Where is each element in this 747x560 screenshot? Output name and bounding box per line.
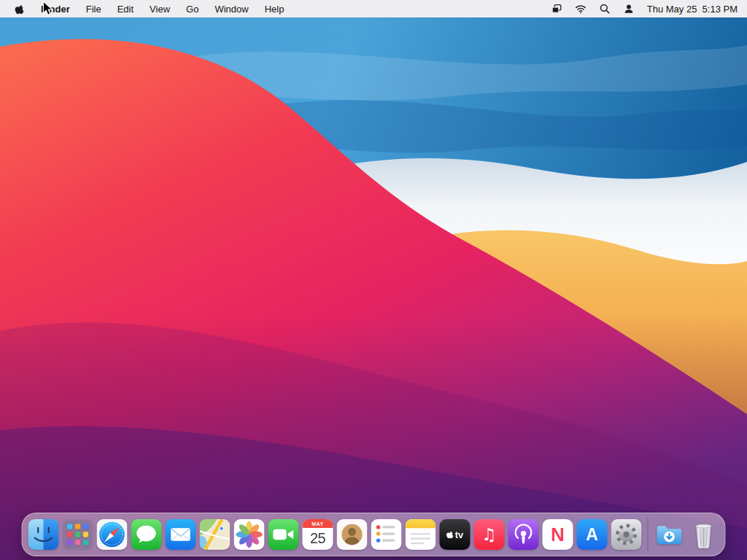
dock-maps[interactable] — [200, 519, 231, 550]
stacked-windows-icon[interactable] — [551, 3, 562, 15]
downloads-folder-icon — [654, 519, 685, 550]
dock-divider — [648, 518, 649, 551]
app-menu-finder[interactable]: Finder — [41, 4, 70, 15]
photos-icon — [234, 519, 265, 550]
facetime-icon — [268, 519, 299, 550]
system-preferences-icon — [611, 519, 642, 550]
safari-icon — [97, 519, 128, 550]
dock-podcasts[interactable] — [508, 519, 539, 550]
wifi-icon[interactable] — [575, 3, 587, 15]
dock-calendar[interactable]: MAY 25 — [303, 519, 333, 550]
calendar-month-label: MAY — [303, 519, 333, 528]
music-note-glyph: ♫ — [481, 526, 497, 543]
dock-system-preferences[interactable] — [611, 519, 642, 550]
apple-menu-icon[interactable] — [15, 4, 25, 15]
dock-notes[interactable] — [406, 519, 436, 550]
tv-icon: tv — [440, 519, 471, 550]
dock-facetime[interactable] — [268, 519, 299, 550]
menu-help[interactable]: Help — [265, 4, 285, 15]
podcasts-icon — [508, 519, 539, 550]
finder-icon — [28, 519, 59, 550]
dock-mail[interactable] — [166, 519, 196, 550]
calendar-day-label: 25 — [303, 528, 333, 551]
dock-app-store[interactable]: A — [577, 519, 608, 550]
menu-bar-status: Thu May 25 5:13 PM — [551, 3, 747, 15]
app-store-icon: A — [577, 519, 608, 550]
music-icon: ♫ — [474, 519, 505, 550]
menu-edit[interactable]: Edit — [117, 4, 133, 15]
messages-icon — [131, 519, 162, 550]
app-store-letter-glyph: A — [586, 526, 598, 543]
dock-safari[interactable] — [97, 519, 128, 550]
trash-icon — [689, 519, 719, 550]
maps-icon — [200, 519, 231, 550]
menu-view[interactable]: View — [150, 4, 170, 15]
desktop: Finder File Edit View Go Window Help — [0, 0, 747, 560]
dock-music[interactable]: ♫ — [474, 519, 505, 550]
tv-apple-logo-icon — [446, 530, 454, 539]
menu-file[interactable]: File — [86, 4, 101, 15]
launchpad-icon — [63, 519, 93, 550]
tv-icon-label: tv — [455, 529, 464, 540]
menu-window[interactable]: Window — [214, 4, 248, 15]
dock-trash[interactable] — [689, 519, 719, 550]
dock-messages[interactable] — [131, 519, 162, 550]
wallpaper-big-sur — [0, 18, 747, 560]
dock-finder[interactable] — [28, 519, 59, 550]
reminders-icon — [371, 519, 402, 550]
menu-go[interactable]: Go — [186, 4, 198, 15]
menu-bar: Finder File Edit View Go Window Help — [0, 0, 747, 18]
dock-photos[interactable] — [234, 519, 265, 550]
dock: MAY 25 — [22, 513, 726, 556]
dock-contacts[interactable] — [337, 519, 368, 550]
notes-icon — [406, 519, 436, 550]
menu-bar-left: Finder File Edit View Go Window Help — [0, 4, 284, 15]
calendar-icon: MAY 25 — [303, 519, 333, 550]
dock-tv[interactable]: tv — [440, 519, 471, 550]
news-letter-glyph: N — [551, 525, 565, 544]
contacts-icon — [337, 519, 368, 550]
menu-bar-clock[interactable]: Thu May 25 5:13 PM — [647, 4, 738, 15]
dock-launchpad[interactable] — [63, 519, 93, 550]
news-icon: N — [543, 519, 573, 550]
mail-icon — [166, 519, 196, 550]
dock-reminders[interactable] — [371, 519, 402, 550]
user-switch-icon[interactable] — [623, 3, 635, 15]
dock-downloads[interactable] — [654, 519, 685, 550]
spotlight-icon[interactable] — [599, 3, 611, 15]
dock-news[interactable]: N — [543, 519, 573, 550]
